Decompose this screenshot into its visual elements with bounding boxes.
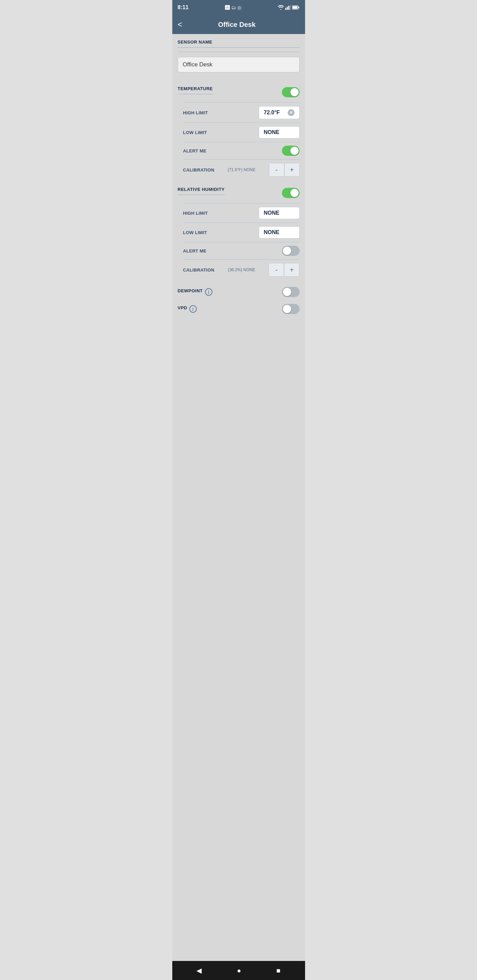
temperature-section: TEMPERATURE HIGH LIMIT 72.0°F ✕ LOW LIMI… (178, 86, 300, 180)
svg-rect-6 (292, 6, 297, 9)
temperature-stepper[interactable]: - + (269, 163, 300, 177)
wifi-icon (278, 5, 284, 10)
svg-rect-5 (298, 7, 299, 8)
sensor-name-section: SENSOR NAME (178, 40, 300, 79)
status-icons (278, 5, 300, 10)
battery-icon (292, 5, 300, 10)
temp-stepper-minus[interactable]: - (269, 163, 284, 176)
humidity-header-row: RELATIVE HUMIDITY (178, 187, 300, 199)
temperature-toggle-thumb (290, 88, 298, 96)
temperature-alert-row: ALERT ME (178, 142, 300, 159)
humidity-low-limit-label: LOW LIMIT (183, 230, 207, 235)
humidity-alert-toggle-thumb (283, 247, 291, 255)
humidity-high-limit-row: HIGH LIMIT NONE (178, 204, 300, 223)
svg-rect-3 (290, 5, 291, 10)
humidity-label: RELATIVE HUMIDITY (178, 187, 225, 195)
temperature-alert-toggle[interactable] (282, 146, 300, 156)
temp-low-limit-label: LOW LIMIT (183, 130, 207, 135)
temp-alert-label: ALERT ME (183, 148, 207, 153)
vpd-header-row: VPD i (178, 304, 300, 314)
content: SENSOR NAME TEMPERATURE HIGH LIMIT 72.0°… (172, 34, 305, 961)
target-icon: ◎ (237, 5, 241, 10)
nav-recents-button[interactable]: ■ (271, 964, 286, 977)
page-title: Office Desk (188, 21, 286, 29)
temperature-low-limit-row: LOW LIMIT NONE (178, 123, 300, 142)
temp-low-limit-value: NONE (264, 129, 279, 135)
humidity-calibration-label: CALIBRATION (183, 267, 214, 272)
humidity-stepper-minus[interactable]: - (269, 263, 284, 276)
vpd-toggle-track[interactable] (282, 304, 300, 314)
dewpoint-label: DEWPOINT (178, 288, 203, 296)
temp-high-limit-box[interactable]: 72.0°F ✕ (259, 106, 300, 119)
vpd-info-icon[interactable]: i (189, 305, 197, 313)
dewpoint-toggle[interactable] (282, 287, 300, 297)
temp-stepper-plus[interactable]: + (284, 163, 299, 176)
sensor-name-input[interactable] (178, 57, 300, 73)
humidity-high-limit-label: HIGH LIMIT (183, 211, 208, 216)
humidity-low-limit-box[interactable]: NONE (259, 226, 300, 239)
temperature-header-row: TEMPERATURE (178, 86, 300, 98)
sensor-name-divider (178, 52, 300, 52)
sensor-name-label: SENSOR NAME (178, 40, 300, 48)
temperature-alert-toggle-thumb (290, 147, 298, 155)
humidity-toggle-track[interactable] (282, 188, 300, 198)
humidity-alert-label: ALERT ME (183, 248, 207, 253)
header: < Office Desk (172, 15, 305, 34)
back-button[interactable]: < (178, 18, 185, 30)
bottom-nav: ◀ ● ■ (172, 961, 305, 980)
humidity-calibration-row: CALIBRATION (36.2%) NONE - + (178, 259, 300, 280)
nav-back-button[interactable]: ◀ (191, 964, 207, 977)
humidity-high-limit-value: NONE (264, 210, 279, 216)
humidity-alert-row: ALERT ME (178, 242, 300, 259)
temp-calibration-label: CALIBRATION (183, 167, 214, 172)
temp-calibration-value: (71.6°F) NONE (228, 167, 255, 172)
humidity-section: RELATIVE HUMIDITY HIGH LIMIT NONE LOW LI… (178, 187, 300, 280)
svg-rect-0 (285, 8, 286, 10)
vpd-toggle[interactable] (282, 304, 300, 314)
temp-low-limit-box[interactable]: NONE (259, 126, 300, 138)
humidity-alert-toggle-track[interactable] (282, 246, 300, 256)
status-left-icons: 🅰 🗂 ◎ (225, 5, 241, 10)
dewpoint-header-row: DEWPOINT i (178, 287, 300, 297)
humidity-stepper-plus[interactable]: + (284, 263, 299, 276)
temp-high-limit-clear[interactable]: ✕ (288, 109, 295, 116)
nav-home-button[interactable]: ● (231, 964, 247, 977)
humidity-alert-toggle[interactable] (282, 246, 300, 256)
temperature-toggle-track[interactable] (282, 87, 300, 97)
svg-rect-2 (289, 6, 289, 10)
signal-icon (285, 5, 291, 10)
humidity-toggle[interactable] (282, 188, 300, 198)
humidity-calibration-value: (36.2%) NONE (228, 267, 255, 272)
temperature-label: TEMPERATURE (178, 86, 213, 94)
svg-rect-1 (287, 7, 288, 10)
dewpoint-toggle-track[interactable] (282, 287, 300, 297)
temp-high-limit-value: 72.0°F (264, 110, 280, 116)
humidity-low-limit-value: NONE (264, 229, 279, 235)
humidity-low-limit-row: LOW LIMIT NONE (178, 223, 300, 242)
vpd-section: VPD i (178, 304, 300, 314)
temperature-alert-toggle-track[interactable] (282, 146, 300, 156)
dewpoint-toggle-thumb (283, 288, 291, 296)
notification-icon: 🅰 (225, 5, 230, 10)
status-time: 8:11 (178, 5, 188, 11)
humidity-toggle-thumb (290, 189, 298, 197)
temperature-high-limit-row: HIGH LIMIT 72.0°F ✕ (178, 103, 300, 123)
temp-high-limit-label: HIGH LIMIT (183, 110, 208, 115)
dewpoint-info-icon[interactable]: i (205, 288, 212, 296)
humidity-stepper[interactable]: - + (269, 263, 299, 277)
dewpoint-section: DEWPOINT i (178, 287, 300, 297)
temperature-calibration-row: CALIBRATION (71.6°F) NONE - + (178, 159, 300, 180)
humidity-high-limit-box[interactable]: NONE (259, 207, 300, 219)
status-bar: 8:11 🅰 🗂 ◎ (172, 0, 305, 15)
vpd-toggle-thumb (283, 305, 291, 313)
temperature-toggle[interactable] (282, 87, 300, 97)
vpd-label: VPD (178, 305, 187, 313)
storage-icon: 🗂 (231, 5, 236, 10)
